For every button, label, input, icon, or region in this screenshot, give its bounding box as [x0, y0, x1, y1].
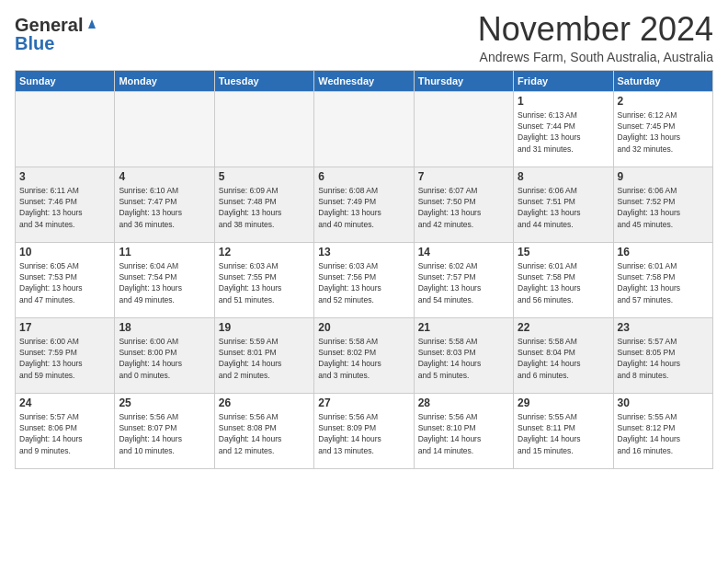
day-info: Sunrise: 5:56 AMSunset: 8:08 PMDaylight:… — [219, 411, 310, 456]
calendar-cell — [414, 91, 513, 167]
weekday-header-thursday: Thursday — [414, 70, 513, 91]
calendar-cell — [16, 91, 115, 167]
day-info: Sunrise: 6:06 AMSunset: 7:52 PMDaylight:… — [618, 185, 709, 230]
day-info: Sunrise: 6:09 AMSunset: 7:48 PMDaylight:… — [219, 185, 310, 230]
weekday-header-friday: Friday — [514, 70, 613, 91]
calendar-cell: 21Sunrise: 5:58 AMSunset: 8:03 PMDayligh… — [414, 317, 513, 393]
calendar-cell: 5Sunrise: 6:09 AMSunset: 7:48 PMDaylight… — [214, 167, 313, 242]
day-number: 13 — [318, 246, 409, 259]
calendar-cell: 19Sunrise: 5:59 AMSunset: 8:01 PMDayligh… — [214, 317, 313, 393]
calendar-cell: 9Sunrise: 6:06 AMSunset: 7:52 PMDaylight… — [613, 167, 712, 242]
calendar-week-row: 3Sunrise: 6:11 AMSunset: 7:46 PMDaylight… — [16, 167, 713, 242]
calendar-cell: 23Sunrise: 5:57 AMSunset: 8:05 PMDayligh… — [613, 317, 712, 393]
day-info: Sunrise: 5:55 AMSunset: 8:12 PMDaylight:… — [618, 411, 709, 456]
calendar-week-row: 10Sunrise: 6:05 AMSunset: 7:53 PMDayligh… — [16, 242, 713, 317]
weekday-header-tuesday: Tuesday — [214, 70, 313, 91]
calendar-cell: 17Sunrise: 6:00 AMSunset: 7:59 PMDayligh… — [16, 317, 115, 393]
day-number: 20 — [318, 321, 409, 334]
calendar-week-row: 24Sunrise: 5:57 AMSunset: 8:06 PMDayligh… — [16, 393, 713, 468]
calendar-cell: 1Sunrise: 6:13 AMSunset: 7:44 PMDaylight… — [514, 91, 613, 167]
day-number: 25 — [119, 396, 210, 409]
day-info: Sunrise: 5:56 AMSunset: 8:10 PMDaylight:… — [418, 411, 509, 456]
day-info: Sunrise: 5:56 AMSunset: 8:07 PMDaylight:… — [119, 411, 210, 456]
logo: General Blue — [15, 15, 100, 53]
calendar-cell: 3Sunrise: 6:11 AMSunset: 7:46 PMDaylight… — [16, 167, 115, 242]
day-info: Sunrise: 5:55 AMSunset: 8:11 PMDaylight:… — [518, 411, 609, 456]
day-number: 30 — [618, 396, 709, 409]
day-number: 18 — [119, 321, 210, 334]
day-info: Sunrise: 6:00 AMSunset: 7:59 PMDaylight:… — [19, 336, 110, 381]
day-number: 2 — [618, 95, 709, 108]
calendar-cell: 13Sunrise: 6:03 AMSunset: 7:56 PMDayligh… — [314, 242, 414, 317]
weekday-header-row: SundayMondayTuesdayWednesdayThursdayFrid… — [16, 70, 713, 91]
day-info: Sunrise: 5:58 AMSunset: 8:02 PMDaylight:… — [318, 336, 409, 381]
day-number: 4 — [119, 170, 210, 183]
day-number: 28 — [418, 396, 509, 409]
day-number: 23 — [618, 321, 709, 334]
day-info: Sunrise: 5:58 AMSunset: 8:03 PMDaylight:… — [418, 336, 509, 381]
day-number: 10 — [19, 246, 110, 259]
day-info: Sunrise: 5:56 AMSunset: 8:09 PMDaylight:… — [318, 411, 409, 456]
calendar-cell: 27Sunrise: 5:56 AMSunset: 8:09 PMDayligh… — [314, 393, 414, 468]
day-number: 9 — [618, 170, 709, 183]
calendar-cell: 26Sunrise: 5:56 AMSunset: 8:08 PMDayligh… — [214, 393, 313, 468]
title-area: November 2024 Andrews Farm, South Austra… — [478, 11, 713, 64]
calendar-cell: 2Sunrise: 6:12 AMSunset: 7:45 PMDaylight… — [613, 91, 712, 167]
day-info: Sunrise: 6:03 AMSunset: 7:56 PMDaylight:… — [318, 260, 409, 305]
calendar-cell: 22Sunrise: 5:58 AMSunset: 8:04 PMDayligh… — [514, 317, 613, 393]
calendar-cell: 25Sunrise: 5:56 AMSunset: 8:07 PMDayligh… — [115, 393, 214, 468]
day-number: 17 — [19, 321, 110, 334]
calendar-cell: 16Sunrise: 6:01 AMSunset: 7:58 PMDayligh… — [613, 242, 712, 317]
day-number: 26 — [219, 396, 310, 409]
calendar-cell — [314, 91, 414, 167]
day-info: Sunrise: 6:02 AMSunset: 7:57 PMDaylight:… — [418, 260, 509, 305]
location-title: Andrews Farm, South Australia, Australia — [478, 50, 713, 64]
day-info: Sunrise: 6:07 AMSunset: 7:50 PMDaylight:… — [418, 185, 509, 230]
calendar-cell: 24Sunrise: 5:57 AMSunset: 8:06 PMDayligh… — [16, 393, 115, 468]
calendar-cell: 28Sunrise: 5:56 AMSunset: 8:10 PMDayligh… — [414, 393, 513, 468]
day-info: Sunrise: 6:12 AMSunset: 7:45 PMDaylight:… — [618, 109, 709, 155]
day-number: 7 — [418, 170, 509, 183]
calendar-cell: 11Sunrise: 6:04 AMSunset: 7:54 PMDayligh… — [115, 242, 214, 317]
calendar-cell: 10Sunrise: 6:05 AMSunset: 7:53 PMDayligh… — [16, 242, 115, 317]
day-number: 1 — [518, 95, 609, 108]
calendar-week-row: 17Sunrise: 6:00 AMSunset: 7:59 PMDayligh… — [16, 317, 713, 393]
day-info: Sunrise: 6:01 AMSunset: 7:58 PMDaylight:… — [618, 260, 709, 305]
svg-marker-0 — [88, 19, 96, 29]
calendar-cell: 12Sunrise: 6:03 AMSunset: 7:55 PMDayligh… — [214, 242, 313, 317]
calendar-cell: 4Sunrise: 6:10 AMSunset: 7:47 PMDaylight… — [115, 167, 214, 242]
calendar-cell: 14Sunrise: 6:02 AMSunset: 7:57 PMDayligh… — [414, 242, 513, 317]
day-info: Sunrise: 5:58 AMSunset: 8:04 PMDaylight:… — [518, 336, 609, 381]
day-number: 11 — [119, 246, 210, 259]
weekday-header-wednesday: Wednesday — [314, 70, 414, 91]
day-info: Sunrise: 6:01 AMSunset: 7:58 PMDaylight:… — [518, 260, 609, 305]
day-number: 19 — [219, 321, 310, 334]
calendar: SundayMondayTuesdayWednesdayThursdayFrid… — [15, 70, 713, 469]
month-title: November 2024 — [478, 11, 713, 48]
day-info: Sunrise: 6:11 AMSunset: 7:46 PMDaylight:… — [19, 185, 110, 230]
day-info: Sunrise: 5:57 AMSunset: 8:06 PMDaylight:… — [19, 411, 110, 456]
calendar-cell: 15Sunrise: 6:01 AMSunset: 7:58 PMDayligh… — [514, 242, 613, 317]
day-info: Sunrise: 5:59 AMSunset: 8:01 PMDaylight:… — [219, 336, 310, 381]
day-number: 21 — [418, 321, 509, 334]
day-info: Sunrise: 6:03 AMSunset: 7:55 PMDaylight:… — [219, 260, 310, 305]
logo-triangle-icon — [84, 16, 100, 32]
day-info: Sunrise: 6:13 AMSunset: 7:44 PMDaylight:… — [518, 109, 609, 155]
day-number: 6 — [318, 170, 409, 183]
weekday-header-saturday: Saturday — [613, 70, 712, 91]
calendar-cell: 7Sunrise: 6:07 AMSunset: 7:50 PMDaylight… — [414, 167, 513, 242]
day-info: Sunrise: 6:10 AMSunset: 7:47 PMDaylight:… — [119, 185, 210, 230]
calendar-cell — [214, 91, 313, 167]
day-number: 8 — [518, 170, 609, 183]
calendar-week-row: 1Sunrise: 6:13 AMSunset: 7:44 PMDaylight… — [16, 91, 713, 167]
calendar-cell: 8Sunrise: 6:06 AMSunset: 7:51 PMDaylight… — [514, 167, 613, 242]
logo-general-text: General — [15, 15, 83, 35]
calendar-cell: 18Sunrise: 6:00 AMSunset: 8:00 PMDayligh… — [115, 317, 214, 393]
page: General Blue November 2024 Andrews Farm,… — [0, 0, 728, 477]
calendar-cell: 30Sunrise: 5:55 AMSunset: 8:12 PMDayligh… — [613, 393, 712, 468]
day-number: 5 — [219, 170, 310, 183]
header: General Blue November 2024 Andrews Farm,… — [15, 11, 713, 64]
day-number: 27 — [318, 396, 409, 409]
weekday-header-sunday: Sunday — [16, 70, 115, 91]
day-info: Sunrise: 6:05 AMSunset: 7:53 PMDaylight:… — [19, 260, 110, 305]
